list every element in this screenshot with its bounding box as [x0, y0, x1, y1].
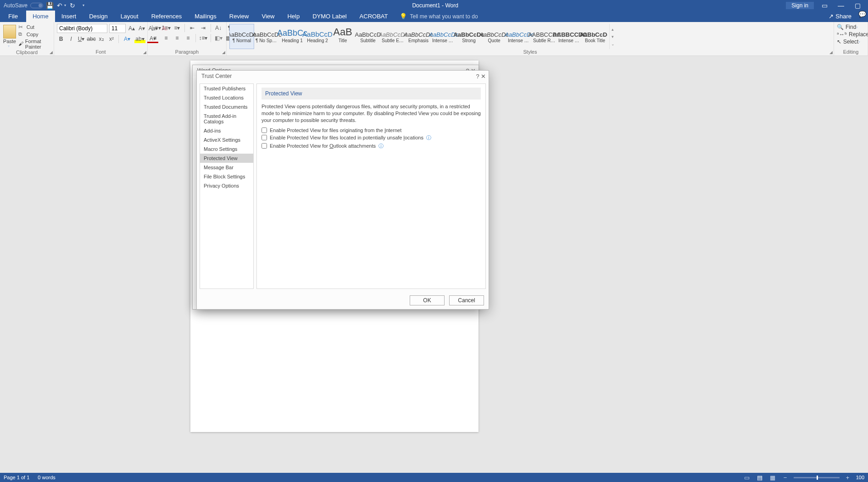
zoom-in-icon[interactable]: +	[843, 474, 852, 481]
tab-file[interactable]: File	[0, 11, 26, 22]
underline-button[interactable]: U▾	[77, 35, 85, 43]
tab-help[interactable]: Help	[281, 11, 306, 22]
maximize-icon[interactable]: ▢	[851, 2, 863, 9]
style-item[interactable]: AaBbCcDcQuote	[482, 24, 506, 49]
web-layout-icon[interactable]: ▦	[768, 474, 777, 481]
paste-dropdown[interactable]: ▾	[8, 44, 10, 48]
style-item[interactable]: AaBbCcDcIntense E...	[431, 24, 456, 49]
minimize-icon[interactable]: —	[835, 2, 847, 9]
decrease-indent-button[interactable]: ⇤	[188, 24, 197, 32]
styles-gallery[interactable]: AaBbCcDc¶ NormalAaBbCcDc¶ No Spac...AaBb…	[229, 24, 607, 49]
trust-nav-item[interactable]: Trusted Locations	[200, 93, 253, 102]
select-button[interactable]: ↖Select▾	[837, 39, 868, 45]
grow-font-button[interactable]: A▴	[128, 24, 136, 33]
paragraph-launcher[interactable]: ◢	[222, 50, 225, 55]
share-button[interactable]: ↗ Share	[824, 11, 856, 22]
style-item[interactable]: AaBbCcDcStrong	[456, 24, 481, 49]
style-item[interactable]: AaBTitle	[330, 24, 355, 49]
trust-nav-item[interactable]: File Block Settings	[200, 172, 253, 181]
justify-button[interactable]: ≡	[184, 34, 193, 42]
tab-insert[interactable]: Insert	[55, 11, 83, 22]
style-item[interactable]: AaBbCcDHeading 2	[305, 24, 330, 49]
sort-button[interactable]: A↓	[214, 24, 223, 32]
style-item[interactable]: AaBbCcDcEmphasis	[406, 24, 431, 49]
read-mode-icon[interactable]: ▭	[742, 474, 751, 481]
bullets-button[interactable]: ⋮≡▾	[150, 24, 160, 32]
line-spacing-button[interactable]: ↕≡▾	[199, 34, 208, 42]
trust-nav-item[interactable]: Privacy Options	[200, 181, 253, 190]
cut-button[interactable]: Cut	[18, 24, 51, 30]
font-launcher[interactable]: ◢	[143, 50, 146, 55]
copy-button[interactable]: Copy	[18, 31, 51, 38]
chk-unsafe-box[interactable]	[262, 135, 267, 140]
tab-home[interactable]: Home	[26, 11, 55, 22]
tab-view[interactable]: View	[255, 11, 281, 22]
signin-button[interactable]: Sign in	[786, 2, 814, 9]
chk-outlook[interactable]: Enable Protected View for Outlook attach…	[262, 143, 481, 150]
bold-button[interactable]: B	[57, 35, 65, 43]
tab-review[interactable]: Review	[223, 11, 256, 22]
subscript-button[interactable]: x₂	[97, 35, 106, 43]
font-name-select[interactable]	[57, 24, 107, 33]
zoom-out-icon[interactable]: −	[781, 474, 790, 481]
save-icon[interactable]: 💾	[46, 2, 53, 9]
clipboard-launcher[interactable]: ◢	[50, 50, 53, 55]
replace-button[interactable]: ᵃ↔ᵇReplace	[837, 31, 868, 38]
undo-dropdown[interactable]: ▾	[64, 3, 66, 7]
undo-icon[interactable]: ↶	[56, 2, 63, 9]
chk-outlook-box[interactable]	[262, 143, 267, 149]
style-item[interactable]: AaBbCcDc¶ No Spac...	[255, 24, 279, 49]
style-item[interactable]: AABBCCDCIntense Re...	[557, 24, 582, 49]
tellme-search[interactable]: 💡 Tell me what you want to do	[400, 11, 478, 22]
comments-icon[interactable]: 💬	[856, 11, 868, 22]
styles-more[interactable]: ▴▾⌄	[609, 24, 616, 49]
paste-button[interactable]: Paste ▾	[3, 24, 17, 50]
info-icon[interactable]: ⓘ	[426, 134, 431, 141]
increase-indent-button[interactable]: ⇥	[199, 24, 208, 32]
style-item[interactable]: AaBbCcHeading 1	[280, 24, 305, 49]
redo-icon[interactable]: ↻	[69, 2, 76, 9]
strikethrough-button[interactable]: abc	[87, 35, 95, 43]
multilevel-button[interactable]: ≡▾	[172, 24, 182, 32]
find-button[interactable]: 🔍Find▾	[837, 24, 868, 30]
info-icon[interactable]: ⓘ	[378, 143, 384, 150]
format-painter-button[interactable]: Format Painter	[18, 39, 51, 50]
chk-unsafe-locations[interactable]: Enable Protected View for files located …	[262, 134, 481, 141]
trust-nav-item[interactable]: Trusted Add-in Catalogs	[200, 111, 253, 126]
style-item[interactable]: AaBbCcDSubtitle	[356, 24, 380, 49]
font-size-select[interactable]	[109, 24, 126, 33]
tab-acrobat[interactable]: ACROBAT	[353, 11, 395, 22]
trust-nav-item[interactable]: Macro Settings	[200, 144, 253, 154]
shading-button[interactable]: ◧▾	[214, 34, 223, 42]
trust-nav-item[interactable]: Trusted Publishers	[200, 84, 253, 93]
style-item[interactable]: AaBbCcDc¶ Normal	[229, 24, 254, 49]
tab-layout[interactable]: Layout	[114, 11, 145, 22]
italic-button[interactable]: I	[67, 35, 75, 43]
text-effects-button[interactable]: A▾	[122, 35, 133, 43]
cancel-button[interactable]: Cancel	[449, 295, 484, 305]
ribbon-display-icon[interactable]: ▭	[818, 2, 830, 9]
trust-nav-item[interactable]: Trusted Documents	[200, 102, 253, 111]
highlight-button[interactable]: ab▾	[134, 35, 145, 43]
chk-internet-box[interactable]	[262, 127, 267, 133]
zoom-slider[interactable]	[794, 477, 840, 478]
ok-button[interactable]: OK	[410, 295, 445, 305]
shrink-font-button[interactable]: A▾	[138, 24, 146, 33]
autosave-toggle[interactable]	[30, 3, 43, 8]
align-center-button[interactable]: ≡	[161, 34, 171, 42]
trust-nav-item[interactable]: Message Bar	[200, 163, 253, 172]
word-count[interactable]: 0 words	[38, 475, 56, 480]
trust-nav-item[interactable]: ActiveX Settings	[200, 135, 253, 144]
trust-help-icon[interactable]: ?	[476, 73, 479, 80]
tab-design[interactable]: Design	[83, 11, 114, 22]
tab-mailings[interactable]: Mailings	[188, 11, 223, 22]
trust-nav-item[interactable]: Protected View	[200, 154, 253, 163]
style-item[interactable]: AaBbCcDcSubtle Em...	[381, 24, 406, 49]
style-item[interactable]: AaBbCcDcBook Title	[583, 24, 607, 49]
page-indicator[interactable]: Page 1 of 1	[4, 475, 29, 480]
styles-launcher[interactable]: ◢	[829, 50, 833, 55]
align-left-button[interactable]: ≡	[150, 34, 160, 42]
tab-dymo[interactable]: DYMO Label	[306, 11, 353, 22]
chk-internet[interactable]: Enable Protected View for files originat…	[262, 127, 481, 133]
trust-nav-item[interactable]: Add-ins	[200, 126, 253, 135]
